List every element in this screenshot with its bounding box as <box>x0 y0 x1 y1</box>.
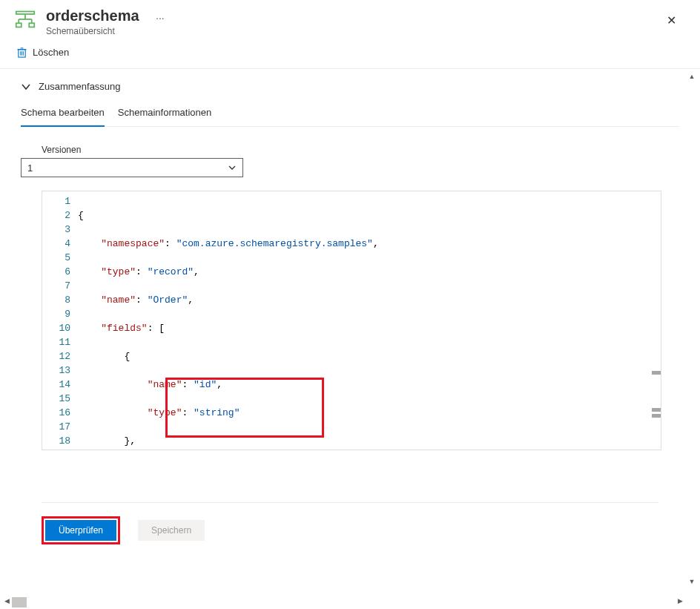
version-dropdown[interactable]: 1 <box>21 158 243 177</box>
vertical-scrollbar[interactable]: ▲ ▼ <box>687 71 699 587</box>
save-button[interactable]: Speichern <box>138 520 205 541</box>
horizontal-scrollbar[interactable]: ◀ ▶ <box>1 596 685 608</box>
delete-label: Löschen <box>33 47 69 58</box>
tab-schema-info[interactable]: Schemainformationen <box>118 102 211 126</box>
header-titles: orderschema ··· Schemaübersicht <box>46 7 685 36</box>
schema-icon <box>15 9 36 30</box>
header: orderschema ··· Schemaübersicht ✕ <box>0 0 700 42</box>
chevron-down-icon <box>228 163 237 172</box>
svg-rect-0 <box>16 12 35 15</box>
horizontal-scroll-thumb[interactable] <box>12 597 27 608</box>
close-button[interactable]: ✕ <box>664 10 679 30</box>
editor-minimap[interactable] <box>650 191 661 450</box>
delete-button[interactable]: Löschen <box>16 47 69 58</box>
page-subtitle: Schemaübersicht <box>46 26 685 36</box>
summary-label: Zusammenfassung <box>39 81 121 92</box>
tab-edit-schema[interactable]: Schema bearbeiten <box>21 102 105 127</box>
more-menu-button[interactable]: ··· <box>156 12 165 24</box>
toolbar: Löschen <box>0 42 700 69</box>
svg-rect-5 <box>16 23 22 27</box>
footer: Überprüfen Speichern <box>21 503 679 558</box>
validate-button[interactable]: Überprüfen <box>45 520 116 541</box>
schema-overview-panel: orderschema ··· Schemaübersicht ✕ Lösche… <box>0 0 700 609</box>
svg-rect-6 <box>29 23 34 27</box>
code-body[interactable]: { "namespace": "com.azure.schemaregistry… <box>78 191 661 450</box>
validate-button-highlight: Überprüfen <box>42 516 120 544</box>
page-title: orderschema <box>46 7 139 24</box>
scroll-left-arrow[interactable]: ◀ <box>1 596 12 606</box>
scroll-right-arrow[interactable]: ▶ <box>675 596 685 606</box>
trash-icon <box>16 47 27 58</box>
summary-toggle[interactable]: Zusammenfassung <box>21 69 679 102</box>
content-area: Zusammenfassung Schema bearbeiten Schema… <box>0 69 700 581</box>
line-number-gutter: 1234 5678 9101112 13141516 1718 <box>42 191 78 450</box>
tabs: Schema bearbeiten Schemainformationen <box>21 102 679 127</box>
chevron-down-icon <box>21 82 31 92</box>
version-selected-value: 1 <box>27 162 33 174</box>
scroll-up-arrow[interactable]: ▲ <box>687 71 697 82</box>
scroll-down-arrow[interactable]: ▼ <box>687 576 697 587</box>
version-section: Versionen 1 <box>21 145 679 191</box>
versions-label: Versionen <box>21 145 81 155</box>
code-editor[interactable]: 1234 5678 9101112 13141516 1718 { "names… <box>42 191 661 450</box>
